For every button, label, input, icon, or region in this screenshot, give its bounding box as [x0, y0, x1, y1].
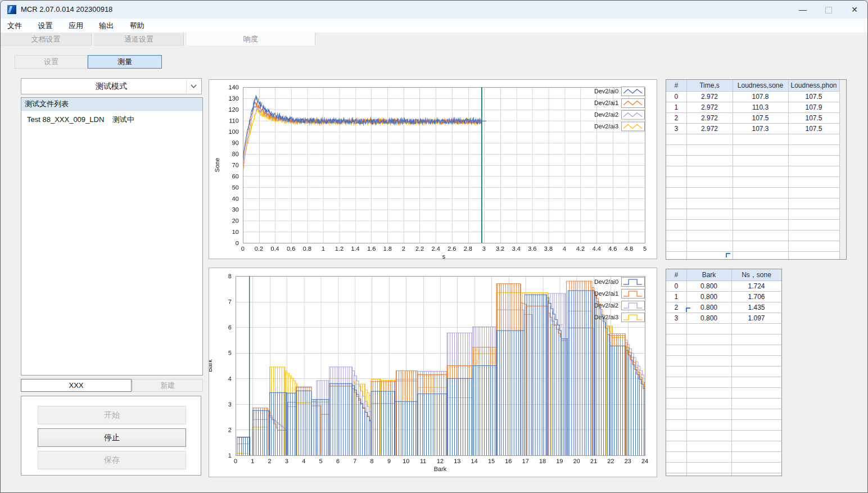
table-cell[interactable] [733, 198, 788, 209]
table-cell[interactable]: 1.435 [731, 302, 781, 313]
table-cell[interactable]: 107.5 [788, 113, 839, 124]
table-cell[interactable] [666, 399, 686, 409]
table-cell[interactable] [731, 367, 781, 377]
table-cell[interactable] [686, 463, 731, 473]
table-cell[interactable]: 1 [666, 292, 686, 302]
table-cell[interactable] [686, 334, 731, 345]
table-cell[interactable] [788, 252, 839, 260]
table-cell[interactable] [666, 188, 686, 198]
table-cell[interactable] [686, 188, 733, 198]
table-cell[interactable] [788, 177, 839, 188]
tab-channel-settings[interactable]: 通道设置 [94, 33, 184, 46]
table-cell[interactable] [666, 420, 686, 431]
measure-subtab-button[interactable]: 测量 [88, 55, 162, 69]
tab-loudness[interactable]: 响度 [187, 33, 315, 46]
table-cell[interactable] [686, 356, 731, 367]
table-cell[interactable] [686, 220, 733, 230]
table-cell[interactable] [686, 367, 731, 377]
table-cell[interactable] [666, 441, 686, 452]
table-cell[interactable]: 107.8 [733, 92, 788, 102]
table-cell[interactable] [666, 367, 686, 377]
table-cell[interactable] [686, 420, 731, 431]
table-cell[interactable] [686, 388, 731, 399]
table-cell[interactable] [686, 399, 731, 409]
table-cell[interactable] [666, 377, 686, 388]
table-cell[interactable] [733, 188, 788, 198]
table-cell[interactable] [666, 252, 686, 260]
table-cell[interactable] [666, 409, 686, 420]
table-cell[interactable] [686, 209, 733, 220]
table-cell[interactable]: 1.097 [731, 313, 781, 324]
table-cell[interactable] [788, 145, 839, 156]
table-cell[interactable]: 2.972 [686, 92, 733, 102]
menu-output[interactable]: 输出 [92, 19, 120, 33]
menu-help[interactable]: 帮助 [123, 19, 151, 33]
table-cell[interactable]: 0.800 [686, 313, 731, 324]
table-cell[interactable] [731, 377, 781, 388]
table-cell[interactable] [731, 409, 781, 420]
table-cell[interactable] [731, 388, 781, 399]
table-cell[interactable] [666, 388, 686, 399]
table-cell[interactable] [666, 209, 686, 220]
table-cell[interactable]: 2 [666, 302, 686, 313]
specific-loudness-chart[interactable] [209, 268, 657, 477]
table-cell[interactable]: 0.800 [686, 302, 731, 313]
table-cell[interactable] [731, 399, 781, 409]
table-cell[interactable] [788, 209, 839, 220]
table-cell[interactable] [788, 241, 839, 252]
save-button[interactable]: 保存 [38, 451, 186, 469]
settings-subtab-button[interactable]: 设置 [15, 55, 88, 69]
table-cell[interactable]: 1.706 [731, 292, 781, 302]
table-cell[interactable] [731, 473, 781, 477]
table-cell[interactable]: 2.972 [686, 113, 733, 124]
table-cell[interactable] [666, 177, 686, 188]
menu-file[interactable]: 文件 [1, 19, 29, 33]
table-cell[interactable] [686, 241, 733, 252]
table-cell[interactable]: 2.972 [686, 124, 733, 134]
table-cell[interactable] [731, 441, 781, 452]
table-cell[interactable] [788, 220, 839, 230]
table-cell[interactable] [666, 220, 686, 230]
table-cell[interactable]: 107.3 [733, 124, 788, 134]
table-cell[interactable] [666, 166, 686, 177]
table-cell[interactable] [731, 463, 781, 473]
stop-button[interactable]: 停止 [38, 428, 186, 447]
table-cell[interactable]: 2.972 [686, 102, 733, 113]
table-cell[interactable] [686, 145, 733, 156]
table-cell[interactable] [733, 145, 788, 156]
table-cell[interactable] [686, 452, 731, 463]
table-cell[interactable] [686, 409, 731, 420]
table-cell[interactable] [686, 198, 733, 209]
table-cell[interactable] [666, 134, 686, 145]
table-cell[interactable]: 0 [666, 92, 686, 102]
xxx-button[interactable]: XXX [21, 379, 132, 392]
test-mode-dropdown[interactable]: 测试模式 [21, 78, 202, 94]
table-cell[interactable]: 107.9 [788, 102, 839, 113]
chevron-down-icon[interactable] [186, 79, 201, 93]
table-cell[interactable]: 3 [666, 124, 686, 134]
table-cell[interactable] [686, 230, 733, 241]
table-cell[interactable] [666, 334, 686, 345]
table-cell[interactable] [666, 241, 686, 252]
table-cell[interactable] [666, 156, 686, 166]
table-cell[interactable]: 0.800 [686, 292, 731, 302]
table-cell[interactable] [788, 134, 839, 145]
loudness-time-chart[interactable] [209, 80, 657, 259]
table-cell[interactable] [686, 134, 733, 145]
start-button[interactable]: 开始 [38, 406, 186, 424]
table-cell[interactable] [666, 198, 686, 209]
table-cell[interactable] [731, 420, 781, 431]
table-cell[interactable] [686, 345, 731, 356]
table-cell[interactable] [731, 324, 781, 334]
table-cell[interactable] [666, 345, 686, 356]
table-cell[interactable] [733, 134, 788, 145]
table-cell[interactable] [666, 463, 686, 473]
table-cell[interactable] [731, 356, 781, 367]
table-cell[interactable] [788, 156, 839, 166]
table-cell[interactable]: 0.800 [686, 281, 731, 292]
table-cell[interactable] [733, 177, 788, 188]
table-cell[interactable] [788, 188, 839, 198]
table-cell[interactable]: 1 [666, 102, 686, 113]
table-cell[interactable] [733, 230, 788, 241]
table-cell[interactable]: 0 [666, 281, 686, 292]
